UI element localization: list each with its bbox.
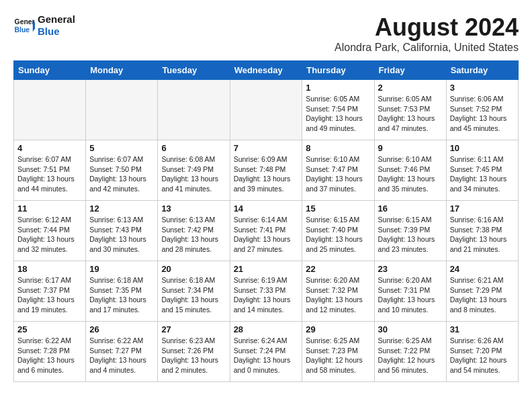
cell-info-text: Sunrise: 6:20 AM Sunset: 7:32 PM Dayligh… (306, 275, 370, 315)
weekday-header: Saturday (446, 61, 518, 80)
weekday-header: Wednesday (230, 61, 302, 80)
cell-info-text: Sunrise: 6:10 AM Sunset: 7:46 PM Dayligh… (378, 154, 443, 194)
calendar-cell: 24Sunrise: 6:21 AM Sunset: 7:29 PM Dayli… (446, 261, 518, 322)
weekday-header: Monday (86, 61, 158, 80)
cell-info-text: Sunrise: 6:18 AM Sunset: 7:35 PM Dayligh… (89, 275, 154, 315)
calendar-cell: 3Sunrise: 6:06 AM Sunset: 7:52 PM Daylig… (446, 80, 518, 140)
cell-info-text: Sunrise: 6:24 AM Sunset: 7:24 PM Dayligh… (234, 336, 299, 375)
calendar-cell: 11Sunrise: 6:12 AM Sunset: 7:44 PM Dayli… (14, 201, 86, 261)
cell-info-text: Sunrise: 6:07 AM Sunset: 7:51 PM Dayligh… (17, 154, 82, 194)
calendar-cell: 17Sunrise: 6:16 AM Sunset: 7:38 PM Dayli… (446, 201, 518, 261)
cell-day-number: 26 (89, 324, 154, 334)
cell-day-number: 31 (450, 324, 515, 334)
cell-day-number: 29 (306, 324, 370, 334)
cell-day-number: 4 (17, 143, 82, 153)
calendar-cell: 30Sunrise: 6:25 AM Sunset: 7:22 PM Dayli… (374, 322, 446, 382)
calendar-cell: 10Sunrise: 6:11 AM Sunset: 7:45 PM Dayli… (446, 140, 518, 201)
calendar-cell: 27Sunrise: 6:23 AM Sunset: 7:26 PM Dayli… (158, 322, 230, 382)
cell-day-number: 21 (234, 264, 299, 274)
calendar-cell: 1Sunrise: 6:05 AM Sunset: 7:54 PM Daylig… (302, 80, 374, 140)
calendar-cell: 14Sunrise: 6:14 AM Sunset: 7:41 PM Dayli… (230, 201, 302, 261)
cell-info-text: Sunrise: 6:15 AM Sunset: 7:39 PM Dayligh… (378, 215, 443, 255)
cell-day-number: 11 (17, 203, 82, 214)
cell-day-number: 30 (378, 324, 443, 334)
svg-text:General: General (15, 18, 35, 26)
calendar-cell: 29Sunrise: 6:25 AM Sunset: 7:23 PM Dayli… (302, 322, 374, 382)
cell-day-number: 19 (89, 264, 154, 274)
cell-day-number: 22 (306, 264, 370, 274)
cell-info-text: Sunrise: 6:10 AM Sunset: 7:47 PM Dayligh… (306, 154, 370, 194)
cell-day-number: 3 (450, 83, 515, 93)
cell-day-number: 27 (161, 324, 226, 334)
cell-day-number: 28 (234, 324, 299, 334)
month-title: August 2024 (335, 13, 519, 42)
calendar-cell: 9Sunrise: 6:10 AM Sunset: 7:46 PM Daylig… (374, 140, 446, 201)
cell-day-number: 17 (450, 203, 515, 214)
calendar-cell (14, 80, 86, 140)
week-row: 18Sunrise: 6:17 AM Sunset: 7:37 PM Dayli… (14, 261, 519, 322)
cell-day-number: 25 (17, 324, 82, 334)
cell-day-number: 20 (161, 264, 226, 274)
cell-day-number: 14 (234, 203, 299, 214)
calendar-cell: 12Sunrise: 6:13 AM Sunset: 7:43 PM Dayli… (86, 201, 158, 261)
cell-info-text: Sunrise: 6:16 AM Sunset: 7:38 PM Dayligh… (450, 215, 515, 255)
week-row: 11Sunrise: 6:12 AM Sunset: 7:44 PM Dayli… (14, 201, 519, 261)
calendar-cell: 7Sunrise: 6:09 AM Sunset: 7:48 PM Daylig… (230, 140, 302, 201)
calendar-cell: 15Sunrise: 6:15 AM Sunset: 7:40 PM Dayli… (302, 201, 374, 261)
weekday-header: Thursday (302, 61, 374, 80)
calendar-cell: 16Sunrise: 6:15 AM Sunset: 7:39 PM Dayli… (374, 201, 446, 261)
cell-day-number: 9 (378, 143, 443, 153)
calendar-cell: 31Sunrise: 6:26 AM Sunset: 7:20 PM Dayli… (446, 322, 518, 382)
cell-day-number: 12 (89, 203, 154, 214)
calendar-cell: 26Sunrise: 6:22 AM Sunset: 7:27 PM Dayli… (86, 322, 158, 382)
svg-text:Blue: Blue (15, 26, 30, 34)
cell-info-text: Sunrise: 6:09 AM Sunset: 7:48 PM Dayligh… (234, 154, 299, 194)
logo-text-line1: General (38, 13, 75, 26)
cell-day-number: 8 (306, 143, 370, 153)
calendar-cell: 4Sunrise: 6:07 AM Sunset: 7:51 PM Daylig… (14, 140, 86, 201)
cell-day-number: 13 (161, 203, 226, 214)
calendar-cell: 20Sunrise: 6:18 AM Sunset: 7:34 PM Dayli… (158, 261, 230, 322)
cell-info-text: Sunrise: 6:13 AM Sunset: 7:42 PM Dayligh… (161, 215, 226, 255)
cell-day-number: 18 (17, 264, 82, 274)
calendar-cell: 28Sunrise: 6:24 AM Sunset: 7:24 PM Dayli… (230, 322, 302, 382)
weekday-header: Sunday (14, 61, 86, 80)
cell-info-text: Sunrise: 6:22 AM Sunset: 7:27 PM Dayligh… (89, 336, 154, 375)
calendar-cell: 21Sunrise: 6:19 AM Sunset: 7:33 PM Dayli… (230, 261, 302, 322)
calendar-cell: 2Sunrise: 6:05 AM Sunset: 7:53 PM Daylig… (374, 80, 446, 140)
cell-day-number: 24 (450, 264, 515, 274)
title-area: August 2024 Alondra Park, California, Un… (335, 13, 519, 54)
cell-info-text: Sunrise: 6:06 AM Sunset: 7:52 PM Dayligh… (450, 94, 515, 134)
weekday-header: Tuesday (158, 61, 230, 80)
cell-info-text: Sunrise: 6:19 AM Sunset: 7:33 PM Dayligh… (234, 275, 299, 315)
cell-info-text: Sunrise: 6:11 AM Sunset: 7:45 PM Dayligh… (450, 154, 515, 194)
cell-info-text: Sunrise: 6:05 AM Sunset: 7:54 PM Dayligh… (306, 94, 370, 134)
location-title: Alondra Park, California, United States (335, 42, 519, 54)
cell-day-number: 1 (306, 83, 370, 93)
week-row: 25Sunrise: 6:22 AM Sunset: 7:28 PM Dayli… (14, 322, 519, 382)
calendar-cell: 25Sunrise: 6:22 AM Sunset: 7:28 PM Dayli… (14, 322, 86, 382)
cell-info-text: Sunrise: 6:25 AM Sunset: 7:22 PM Dayligh… (378, 336, 443, 375)
calendar-cell: 6Sunrise: 6:08 AM Sunset: 7:49 PM Daylig… (158, 140, 230, 201)
cell-info-text: Sunrise: 6:25 AM Sunset: 7:23 PM Dayligh… (306, 336, 370, 375)
header: General Blue General Blue August 2024 Al… (13, 13, 519, 54)
cell-info-text: Sunrise: 6:07 AM Sunset: 7:50 PM Dayligh… (89, 154, 154, 194)
cell-info-text: Sunrise: 6:05 AM Sunset: 7:53 PM Dayligh… (378, 94, 443, 134)
cell-info-text: Sunrise: 6:22 AM Sunset: 7:28 PM Dayligh… (17, 336, 82, 375)
cell-info-text: Sunrise: 6:13 AM Sunset: 7:43 PM Dayligh… (89, 215, 154, 255)
cell-day-number: 23 (378, 264, 443, 274)
cell-day-number: 10 (450, 143, 515, 153)
week-row: 4Sunrise: 6:07 AM Sunset: 7:51 PM Daylig… (14, 140, 519, 201)
cell-info-text: Sunrise: 6:26 AM Sunset: 7:20 PM Dayligh… (450, 336, 515, 375)
cell-day-number: 16 (378, 203, 443, 214)
cell-info-text: Sunrise: 6:12 AM Sunset: 7:44 PM Dayligh… (17, 215, 82, 255)
weekday-header: Friday (374, 61, 446, 80)
cell-day-number: 2 (378, 83, 443, 93)
calendar-cell: 13Sunrise: 6:13 AM Sunset: 7:42 PM Dayli… (158, 201, 230, 261)
calendar-cell: 5Sunrise: 6:07 AM Sunset: 7:50 PM Daylig… (86, 140, 158, 201)
cell-day-number: 15 (306, 203, 370, 214)
cell-info-text: Sunrise: 6:20 AM Sunset: 7:31 PM Dayligh… (378, 275, 443, 315)
calendar-cell (230, 80, 302, 140)
cell-info-text: Sunrise: 6:23 AM Sunset: 7:26 PM Dayligh… (161, 336, 226, 375)
calendar: SundayMondayTuesdayWednesdayThursdayFrid… (13, 60, 519, 382)
